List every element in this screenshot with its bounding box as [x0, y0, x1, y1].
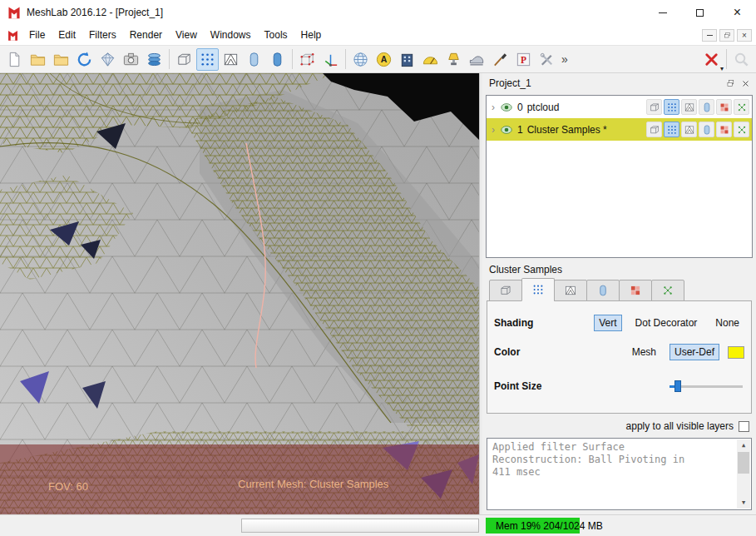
window-controls: ×: [644, 0, 756, 25]
visibility-eye-icon[interactable]: [500, 123, 513, 136]
menu-tools[interactable]: Tools: [258, 26, 294, 44]
scroll-thumb[interactable]: [738, 452, 749, 474]
draw-bbox-button[interactable]: [173, 48, 195, 71]
crossed-tools-icon: [538, 51, 556, 68]
menu-edit[interactable]: Edit: [52, 26, 82, 44]
menu-view[interactable]: View: [169, 26, 204, 44]
menu-render[interactable]: Render: [123, 26, 169, 44]
new-project-button[interactable]: [3, 48, 26, 71]
shading-option-none[interactable]: None: [710, 315, 744, 331]
import-folder-icon: [52, 51, 70, 68]
layer-row-ptcloud[interactable]: › 0 ptcloud: [487, 96, 752, 118]
export-mesh-button[interactable]: [96, 48, 119, 71]
draw-wireframe-button[interactable]: [220, 48, 242, 71]
minimize-button[interactable]: [644, 0, 681, 25]
tab-selection[interactable]: [651, 280, 684, 301]
dock-close-button[interactable]: [738, 76, 753, 91]
tab-bbox[interactable]: [489, 280, 522, 301]
snapshot-button[interactable]: [120, 48, 142, 71]
open-project-button[interactable]: [27, 48, 49, 71]
mdi-restore-button[interactable]: [719, 29, 734, 42]
layer-wireframe-button[interactable]: [681, 122, 697, 137]
tab-points[interactable]: [521, 278, 555, 301]
layer-row-cluster-samples[interactable]: › 1 Cluster Samples *: [487, 118, 752, 141]
draw-flat-button[interactable]: [243, 48, 265, 71]
smooth-shading-icon: [269, 51, 286, 68]
shading-option-vert[interactable]: Vert: [594, 315, 621, 331]
log-scrollbar[interactable]: ▲ ▼: [737, 439, 750, 509]
color-option-mesh[interactable]: Mesh: [627, 344, 661, 360]
shadow-button[interactable]: [396, 48, 418, 71]
pick-points-button[interactable]: [512, 48, 535, 71]
visibility-eye-icon[interactable]: [500, 101, 513, 114]
search-button[interactable]: [730, 48, 753, 71]
align-tools-button[interactable]: [536, 48, 558, 71]
menu-help[interactable]: Help: [294, 26, 329, 44]
gem-icon: [99, 51, 116, 68]
close-button[interactable]: ×: [719, 0, 756, 25]
reload-mesh-button[interactable]: [73, 48, 96, 71]
measure-button[interactable]: [419, 48, 442, 71]
scroll-down-icon[interactable]: ▼: [737, 497, 750, 509]
mdi-minimize-button[interactable]: [702, 29, 717, 42]
3d-viewport[interactable]: FOV: 60 FPS: 22.9 BO_RENDERING Current M…: [0, 73, 479, 514]
ambient-occlusion-button[interactable]: [373, 48, 395, 71]
layer-flat-button[interactable]: [699, 99, 714, 115]
draw-points-button[interactable]: [196, 48, 219, 71]
point-size-slider[interactable]: [670, 380, 743, 392]
layer-wireframe-button[interactable]: [681, 99, 697, 115]
mdi-close-button[interactable]: ×: [737, 29, 752, 42]
tab-wireframe[interactable]: [554, 280, 587, 301]
layer-bbox-button[interactable]: [646, 99, 662, 115]
delete-mesh-button[interactable]: ▾: [700, 48, 723, 71]
project-dock: Project_1 › 0 ptcloud: [482, 73, 756, 514]
chevron-right-icon[interactable]: ›: [489, 124, 497, 136]
tab-color[interactable]: [619, 280, 652, 301]
texture-tool-button[interactable]: [466, 48, 488, 71]
color-swatch[interactable]: [728, 346, 744, 359]
toolbar-overflow-button[interactable]: »: [559, 52, 571, 66]
menu-file[interactable]: File: [22, 26, 52, 44]
layer-color-button[interactable]: [716, 99, 732, 115]
caret-down-icon: ▾: [720, 65, 724, 72]
main-toolbar: » ▾: [0, 45, 756, 73]
draw-smooth-button[interactable]: [266, 48, 289, 71]
points-icon: [531, 283, 545, 296]
layer-selection-button[interactable]: [734, 99, 749, 115]
show-axis-button[interactable]: [319, 48, 342, 71]
properties-tabbar: [487, 278, 752, 301]
color-checker-icon: [719, 124, 730, 136]
memory-text: Mem 19% 204/1024 MB: [496, 518, 603, 534]
import-mesh-button[interactable]: [50, 48, 72, 71]
menu-filters[interactable]: Filters: [82, 26, 123, 44]
layer-points-button[interactable]: [664, 99, 679, 115]
scroll-up-icon[interactable]: ▲: [737, 439, 750, 451]
maximize-button[interactable]: [681, 0, 719, 25]
wireframe-icon: [564, 284, 577, 297]
layer-color-button[interactable]: [716, 122, 732, 137]
p-badge-icon: [515, 51, 532, 68]
shading-option-dot-decorator[interactable]: Dot Decorator: [630, 315, 703, 331]
search-icon: [733, 51, 750, 68]
dock-float-button[interactable]: [723, 76, 738, 91]
chevron-right-icon[interactable]: ›: [489, 102, 497, 113]
status-bar: Mem 19% 204/1024 MB: [0, 514, 756, 536]
apply-checkbox[interactable]: [739, 421, 749, 432]
paint-button[interactable]: [489, 48, 511, 71]
lamp-button[interactable]: [442, 48, 465, 71]
layer-flat-button[interactable]: [699, 122, 714, 137]
layer-points-button[interactable]: [664, 122, 679, 137]
layer-bbox-button[interactable]: [646, 122, 662, 137]
tab-flat[interactable]: [586, 280, 620, 301]
color-option-user-def[interactable]: User-Def: [670, 344, 719, 360]
slider-handle[interactable]: [674, 380, 681, 392]
globe-button[interactable]: [349, 48, 372, 71]
dock-title: Project_1: [489, 77, 723, 89]
close-icon: ×: [734, 6, 741, 19]
title-bar: MeshLab 2016.12 - [Project_1] ×: [0, 0, 756, 25]
layer-selection-button[interactable]: [734, 122, 749, 137]
bounding-box-icon: [649, 102, 660, 113]
show-layer-dialog-button[interactable]: [143, 48, 166, 71]
show-box-corners-button[interactable]: [296, 48, 319, 71]
menu-windows[interactable]: Windows: [204, 26, 258, 44]
